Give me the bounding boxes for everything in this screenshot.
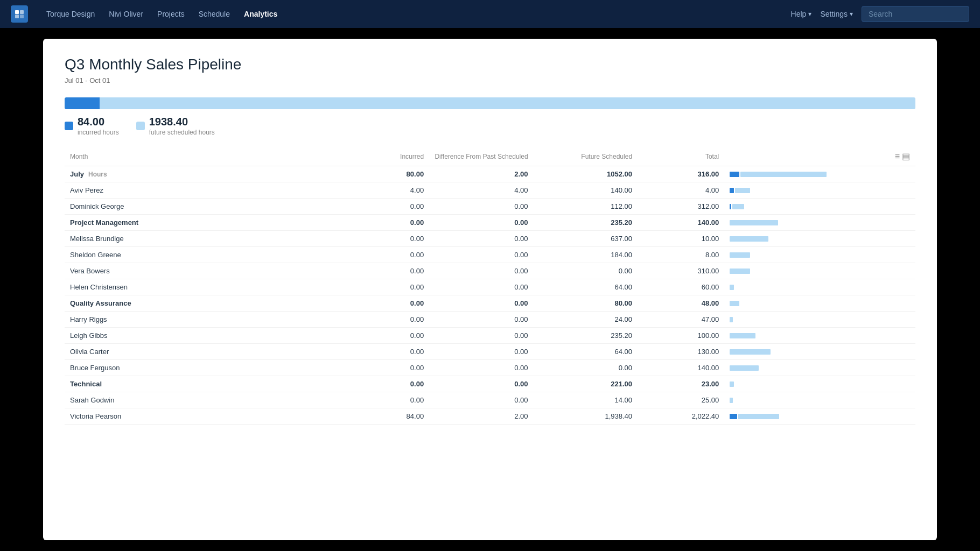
page-date: Jul 01 - Oct 01 [65, 76, 915, 84]
cell-total: 23.00 [638, 376, 724, 392]
mini-bar-future [738, 414, 779, 419]
cell-future: 221.00 [534, 376, 638, 392]
settings-button[interactable]: Settings ▾ [820, 10, 853, 18]
cell-bar [724, 392, 915, 408]
cell-bar [724, 215, 915, 231]
mini-bar-future [735, 188, 750, 193]
mini-bar-incurred [730, 188, 734, 193]
search-input[interactable] [862, 6, 969, 22]
cell-month: Project Management [65, 215, 342, 231]
mini-bar-future [730, 317, 733, 322]
table-row: Project Management0.000.00235.20140.00 [65, 215, 915, 231]
future-dot [136, 122, 145, 130]
table-row: Dominick George0.000.00112.00312.00 [65, 199, 915, 215]
col-header-incurred: Incurred [342, 147, 429, 166]
nav-nivi-oliver[interactable]: Nivi Oliver [103, 6, 149, 22]
svg-rect-2 [15, 15, 19, 18]
cell-incurred: 0.00 [342, 344, 429, 360]
svg-rect-1 [20, 10, 24, 14]
cell-total: 316.00 [638, 166, 724, 182]
cell-future: 0.00 [534, 263, 638, 279]
table-row: Helen Christensen0.000.0064.0060.00 [65, 279, 915, 295]
mini-bar-future [730, 285, 734, 290]
incurred-value: 84.00 [78, 116, 119, 128]
cell-bar [724, 231, 915, 247]
cell-diff: 0.00 [429, 376, 533, 392]
cell-total: 130.00 [638, 344, 724, 360]
help-button[interactable]: Help ▾ [791, 10, 812, 18]
cell-future: 235.20 [534, 215, 638, 231]
mini-bar-future [730, 252, 750, 258]
cell-total: 312.00 [638, 199, 724, 215]
navbar: Torque Design Nivi Oliver Projects Sched… [0, 0, 980, 28]
mini-bar-future [730, 220, 778, 225]
cell-diff: 0.00 [429, 215, 533, 231]
svg-rect-3 [20, 15, 24, 18]
sort-bars-icon[interactable]: ▤ [902, 151, 910, 161]
page-title: Q3 Monthly Sales Pipeline [65, 56, 915, 73]
nav-torque-design[interactable]: Torque Design [41, 6, 100, 22]
cell-future: 637.00 [534, 231, 638, 247]
progress-fill [65, 97, 100, 109]
cell-month: Dominick George [65, 199, 342, 215]
cell-incurred: 0.00 [342, 360, 429, 376]
mini-bar [730, 269, 910, 274]
cell-future: 0.00 [534, 360, 638, 376]
cell-future: 1,938.40 [534, 408, 638, 425]
cell-total: 140.00 [638, 215, 724, 231]
cell-diff: 0.00 [429, 360, 533, 376]
cell-future: 64.00 [534, 279, 638, 295]
nav-projects[interactable]: Projects [152, 6, 190, 22]
logo-icon[interactable] [11, 5, 28, 23]
mini-bar [730, 398, 910, 403]
cell-future: 24.00 [534, 312, 638, 328]
cell-total: 8.00 [638, 247, 724, 263]
sort-list-icon[interactable]: ≡ [895, 152, 900, 161]
mini-bar [730, 188, 910, 193]
cell-incurred: 0.00 [342, 199, 429, 215]
table-header-row: Month Incurred Difference From Past Sche… [65, 147, 915, 166]
cell-incurred: 0.00 [342, 279, 429, 295]
cell-bar [724, 344, 915, 360]
nav-schedule[interactable]: Schedule [193, 6, 235, 22]
settings-chevron-icon: ▾ [850, 10, 853, 18]
nav-analytics[interactable]: Analytics [239, 6, 283, 22]
mini-bar [730, 285, 910, 290]
cell-bar [724, 263, 915, 279]
cell-total: 310.00 [638, 263, 724, 279]
cell-total: 25.00 [638, 392, 724, 408]
cell-month: Aviv Perez [65, 182, 342, 199]
mini-bar-future [730, 382, 734, 387]
cell-diff: 2.00 [429, 408, 533, 425]
cell-bar [724, 328, 915, 344]
mini-bar-future [730, 236, 768, 242]
cell-month: Sheldon Greene [65, 247, 342, 263]
table-body: JulyHours80.002.001052.00316.00Aviv Pere… [65, 166, 915, 425]
cell-diff: 4.00 [429, 182, 533, 199]
cell-future: 14.00 [534, 392, 638, 408]
cell-total: 60.00 [638, 279, 724, 295]
table-row: Technical0.000.00221.0023.00 [65, 376, 915, 392]
cell-month: Quality Assurance [65, 295, 342, 312]
cell-incurred: 0.00 [342, 376, 429, 392]
cell-incurred: 0.00 [342, 312, 429, 328]
cell-bar [724, 376, 915, 392]
cell-diff: 0.00 [429, 295, 533, 312]
cell-total: 140.00 [638, 360, 724, 376]
nav-right: Help ▾ Settings ▾ [791, 6, 969, 22]
cell-month: Leigh Gibbs [65, 328, 342, 344]
mini-bar-incurred [730, 204, 731, 209]
mini-bar-incurred [730, 172, 739, 177]
cell-future: 80.00 [534, 295, 638, 312]
col-header-diff: Difference From Past Scheduled [429, 147, 533, 166]
mini-bar [730, 252, 910, 258]
mini-bar [730, 317, 910, 322]
cell-bar [724, 247, 915, 263]
table-row: Leigh Gibbs0.000.00235.20100.00 [65, 328, 915, 344]
cell-month: Harry Riggs [65, 312, 342, 328]
cell-total: 48.00 [638, 295, 724, 312]
cell-incurred: 0.00 [342, 247, 429, 263]
mini-bar [730, 172, 910, 177]
cell-total: 2,022.40 [638, 408, 724, 425]
cell-future: 112.00 [534, 199, 638, 215]
